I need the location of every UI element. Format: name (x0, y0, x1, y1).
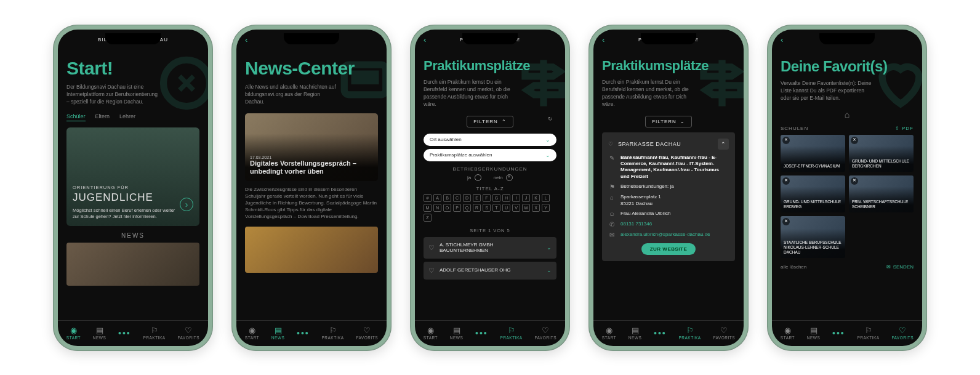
close-icon[interactable]: ✕ (782, 137, 790, 144)
detail-email[interactable]: ✉ alexandra.ulbrich@sparkasse-dachau.de (608, 232, 729, 238)
nav-start[interactable]: ◉START (602, 326, 616, 340)
alphabet-letter[interactable]: W (522, 204, 530, 212)
hero-card[interactable]: ORIENTIERUNG FÜR JUGENDLICHE Möglichst s… (66, 127, 199, 226)
website-button[interactable]: ZUR WEBSITE (641, 243, 696, 255)
tab-lehrer[interactable]: Lehrer (119, 113, 135, 121)
chevron-down-icon[interactable]: ⌄ (547, 244, 552, 251)
refresh-icon[interactable]: ↻ (548, 116, 556, 124)
favorite-card[interactable]: ✕ GRUND- UND MITTELSCHULE ERDWEG (781, 175, 845, 212)
nav-more[interactable]: ••• (832, 328, 845, 338)
nav-news[interactable]: ▤NEWS (93, 326, 106, 340)
alphabet-letter[interactable]: R (473, 204, 481, 212)
back-button[interactable]: ‹ (245, 35, 248, 44)
heart-icon[interactable]: ♡ (428, 267, 435, 275)
close-icon[interactable]: ✕ (851, 137, 858, 144)
alphabet-letter[interactable]: A (433, 194, 441, 202)
nav-favorits[interactable]: ♡FAVORITS (534, 326, 556, 340)
alphabet-letter[interactable]: E (473, 194, 481, 202)
delete-all-button[interactable]: alle löschen (781, 264, 806, 270)
detail-phone[interactable]: ✆ 08131 731346 (608, 221, 729, 228)
nav-praktika[interactable]: ⚐PRAKTIKA (857, 326, 880, 340)
nav-favorits[interactable]: ♡FAVORITS (891, 326, 914, 340)
alphabet-letter[interactable]: C (453, 194, 461, 202)
chevron-right-icon[interactable]: › (180, 198, 193, 211)
radio-yes[interactable]: ja (467, 174, 481, 181)
alphabet-letter[interactable]: N (433, 204, 441, 212)
alphabet-letter[interactable]: M (424, 204, 432, 212)
close-icon[interactable]: ✕ (851, 177, 858, 185)
filter-toggle-button[interactable]: FILTERN ⌃ (467, 116, 513, 127)
nav-start[interactable]: ◉START (66, 326, 81, 340)
favorite-card[interactable]: ✕ PRIV. WIRTSCHAFTSSCHULE SCHEIBNER (849, 175, 914, 212)
result-row[interactable]: ♡ ADOLF GERETSHAUSER OHG ⌄ (424, 262, 556, 280)
detail-address: ⌂ Sparkassenplatz 1 85221 Dachau (608, 194, 729, 207)
nav-start[interactable]: ◉START (781, 326, 795, 340)
nav-news[interactable]: ▤NEWS (807, 326, 821, 340)
alphabet-letter[interactable]: O (443, 204, 451, 212)
nav-more[interactable]: ••• (654, 328, 667, 338)
nav-start[interactable]: ◉START (245, 326, 259, 340)
company-name: SPARKASSE DACHAU (618, 141, 713, 147)
alphabet-letter[interactable]: V (512, 204, 520, 212)
nav-favorits[interactable]: ♡FAVORITS (356, 326, 378, 340)
alphabet-letter[interactable]: Z (424, 214, 432, 222)
address-text: Sparkassenplatz 1 85221 Dachau (621, 194, 661, 207)
alphabet-letter[interactable]: D (463, 194, 471, 202)
close-icon[interactable]: ✕ (782, 218, 790, 225)
radio-no[interactable]: nein (494, 174, 513, 181)
nav-praktika[interactable]: ⚐PRAKTIKA (679, 326, 701, 340)
alphabet-letter[interactable]: G (492, 194, 500, 202)
nav-news[interactable]: ▤NEWS (450, 326, 464, 340)
alphabet-letter[interactable]: L (542, 194, 550, 202)
nav-news[interactable]: ▤NEWS (629, 326, 642, 340)
heart-icon[interactable]: ♡ (428, 244, 435, 252)
select-location[interactable]: Ort auswählen ⌄ (424, 134, 556, 146)
nav-favorits[interactable]: ♡FAVORITS (177, 326, 199, 340)
alphabet-letter[interactable]: U (502, 204, 510, 212)
alphabet-letter[interactable]: X (532, 204, 540, 212)
back-button[interactable]: ‹ (781, 35, 784, 44)
alphabet-letter[interactable]: I (512, 194, 520, 202)
alphabet-letter[interactable]: # (424, 194, 432, 202)
home-icon[interactable]: ⌂ (781, 110, 914, 119)
alphabet-letter[interactable]: J (522, 194, 530, 202)
filter-toggle-button[interactable]: FILTERN ⌄ (645, 116, 692, 127)
nav-praktika[interactable]: ⚐PRAKTIKA (322, 326, 344, 340)
send-button[interactable]: ✉ SENDEN (886, 264, 914, 270)
result-row[interactable]: ♡ A. STICHLMEYR GMBH BAUUNTERNEHMEN ⌄ (424, 237, 556, 259)
tab-schueler[interactable]: Schüler (66, 113, 86, 121)
news-preview-image[interactable] (66, 243, 199, 286)
news-article-hero[interactable]: 17.03.2021 Digitales Vorstellungsgespräc… (245, 113, 378, 181)
collapse-button[interactable]: ⌃ (718, 139, 729, 150)
heart-icon[interactable]: ♡ (608, 141, 613, 147)
news-secondary-image[interactable] (245, 227, 378, 273)
nav-news[interactable]: ▤NEWS (271, 326, 285, 340)
back-button[interactable]: ‹ (424, 35, 427, 44)
alphabet-letter[interactable]: Q (463, 204, 471, 212)
alphabet-letter[interactable]: P (453, 204, 461, 212)
nav-start[interactable]: ◉START (424, 326, 438, 340)
nav-praktika[interactable]: ⚐PRAKTIKA (500, 326, 523, 340)
pdf-export-button[interactable]: ⇪ PDF (895, 126, 914, 131)
alphabet-letter[interactable]: F (483, 194, 491, 202)
alphabet-letter[interactable]: H (502, 194, 510, 202)
alphabet-letter[interactable]: B (443, 194, 451, 202)
favorite-card[interactable]: ✕ STAATLICHE BERUFSSCHULE NIKOLAUS-LEHNE… (781, 216, 845, 258)
nav-praktika[interactable]: ⚐PRAKTIKA (143, 326, 166, 340)
nav-favorits[interactable]: ♡FAVORITS (713, 326, 735, 340)
favorite-card[interactable]: ✕ JOSEF-EFFNER-GYMNASIUM (781, 135, 845, 172)
back-button[interactable]: ‹ (602, 35, 605, 44)
nav-more[interactable]: ••• (475, 328, 488, 338)
close-icon[interactable]: ✕ (782, 177, 790, 185)
alphabet-letter[interactable]: T (492, 204, 500, 212)
topbar: ‹ MERKLISTE (772, 30, 922, 49)
select-praktika[interactable]: Praktikumsplätze auswählen ⌄ (424, 149, 556, 161)
alphabet-letter[interactable]: S (483, 204, 491, 212)
nav-more[interactable]: ••• (118, 328, 131, 338)
tab-eltern[interactable]: Eltern (95, 113, 110, 121)
alphabet-letter[interactable]: Y (542, 204, 550, 212)
alphabet-letter[interactable]: K (532, 194, 540, 202)
nav-more[interactable]: ••• (297, 328, 310, 338)
chevron-down-icon[interactable]: ⌄ (547, 267, 552, 273)
favorite-card[interactable]: ✕ GRUND- UND MITTELSCHULE BERGKIRCHEN (849, 135, 914, 172)
